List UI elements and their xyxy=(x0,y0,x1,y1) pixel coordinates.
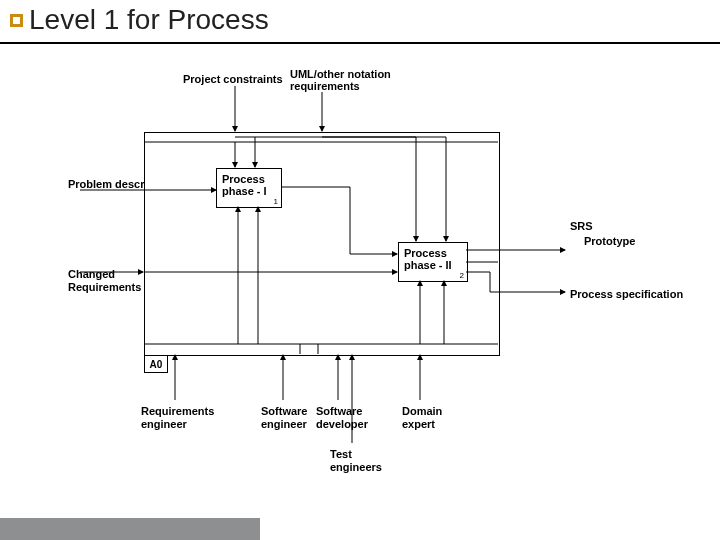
title-bullet xyxy=(10,14,23,27)
diagram-stage: Project constraints UML/other notation r… xyxy=(0,40,720,518)
page-title: Level 1 for Process xyxy=(29,4,269,36)
footer-bar xyxy=(0,518,260,540)
title-bar: Level 1 for Process xyxy=(0,0,720,42)
connector-lines xyxy=(0,40,720,540)
